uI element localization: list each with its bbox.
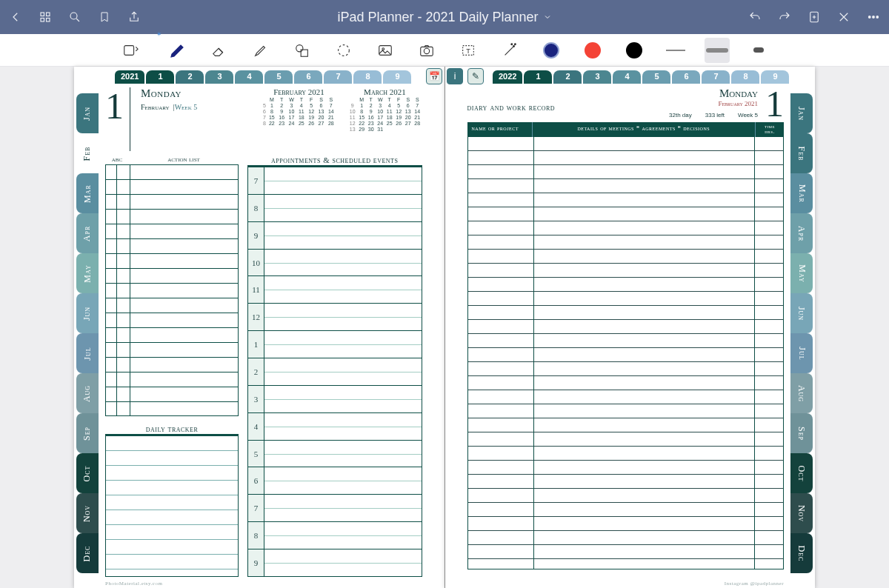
- mini-calendar[interactable]: February 2021MTWTFSS51234567689101112131…: [262, 87, 336, 151]
- month-tab-mar[interactable]: Mar: [790, 173, 813, 213]
- camera-tool-icon[interactable]: [414, 38, 439, 63]
- week-tab-9[interactable]: 9: [383, 70, 411, 84]
- appointment-grid[interactable]: 789101112123456789: [247, 167, 422, 577]
- daily-tracker-section: daily tracker: [105, 422, 239, 577]
- share-icon[interactable]: [126, 9, 142, 25]
- month-tab-feb[interactable]: Feb: [76, 133, 99, 173]
- month-tab-oct[interactable]: Oct: [790, 453, 813, 493]
- color-red[interactable]: [580, 38, 605, 63]
- week-tab-6[interactable]: 6: [294, 70, 322, 84]
- hour-row[interactable]: 3: [248, 386, 422, 413]
- grid-icon[interactable]: [37, 9, 53, 25]
- highlighter-tool-icon[interactable]: [248, 38, 273, 63]
- hour-row[interactable]: 1: [248, 331, 422, 358]
- hour-row[interactable]: 11: [248, 276, 422, 304]
- bookmark-icon[interactable]: [96, 9, 113, 25]
- month-tab-jan[interactable]: Jan: [790, 93, 813, 133]
- month-tab-mar[interactable]: Mar: [76, 173, 99, 213]
- hour-row[interactable]: 10: [248, 250, 422, 277]
- week-tab-8[interactable]: 8: [731, 70, 759, 84]
- week-tab-5[interactable]: 5: [642, 70, 670, 84]
- hour-row[interactable]: 8: [248, 195, 422, 222]
- text-tool-icon[interactable]: T: [456, 38, 481, 63]
- week-tab-3[interactable]: 3: [205, 70, 233, 84]
- hand-tool-icon[interactable]: [118, 38, 143, 63]
- undo-icon[interactable]: [747, 9, 763, 25]
- search-icon[interactable]: [67, 9, 83, 25]
- right-month: February 2021: [669, 100, 758, 107]
- hour-row[interactable]: 5: [248, 441, 422, 468]
- month-tab-dec[interactable]: Dec: [76, 533, 99, 573]
- stroke-thin[interactable]: [663, 38, 688, 63]
- hour-row[interactable]: 7: [248, 167, 422, 195]
- lasso-tool-icon[interactable]: [331, 38, 356, 63]
- hour-row[interactable]: 4: [248, 413, 422, 441]
- month-tab-aug[interactable]: Aug: [790, 373, 813, 413]
- week-tab-4[interactable]: 4: [235, 70, 263, 84]
- week-tab-2[interactable]: 2: [176, 70, 204, 84]
- calendar-icon[interactable]: 📅: [426, 68, 442, 84]
- month-tab-dec[interactable]: Dec: [790, 533, 813, 573]
- week-tab-2[interactable]: 2: [553, 70, 582, 84]
- record-grid[interactable]: [467, 137, 785, 569]
- month-tab-jul[interactable]: Jul: [790, 333, 813, 373]
- week-tab-1[interactable]: 1: [146, 70, 174, 84]
- notes-icon[interactable]: ✎: [467, 68, 484, 84]
- month-tab-apr[interactable]: Apr: [790, 213, 813, 253]
- color-black[interactable]: [622, 38, 647, 63]
- hour-row[interactable]: 9: [248, 222, 422, 250]
- eraser-tool-icon[interactable]: [207, 38, 232, 63]
- action-list-rows[interactable]: [105, 165, 239, 416]
- year-tab-2021[interactable]: 2021: [115, 70, 144, 84]
- week-tab-7[interactable]: 7: [702, 70, 730, 84]
- month-tab-sep[interactable]: Sep: [76, 413, 99, 453]
- redo-icon[interactable]: [776, 9, 793, 25]
- month-tab-jun[interactable]: Jun: [790, 293, 813, 333]
- pen-tool-icon[interactable]: [165, 38, 190, 63]
- week-tab-9[interactable]: 9: [761, 70, 789, 84]
- back-icon[interactable]: [7, 9, 24, 25]
- hour-row[interactable]: 7: [248, 495, 422, 522]
- color-navy[interactable]: [539, 38, 564, 63]
- month-tab-oct[interactable]: Oct: [76, 453, 99, 493]
- year-tab-2022[interactable]: 2022: [493, 70, 522, 84]
- week-tab-8[interactable]: 8: [353, 70, 382, 84]
- hour-row[interactable]: 8: [248, 522, 422, 549]
- close-icon[interactable]: [836, 9, 852, 25]
- month-tab-may[interactable]: May: [790, 253, 813, 293]
- mini-calendar[interactable]: March 2021MTWTFSS91234567108910111213141…: [348, 87, 422, 151]
- week-tab-5[interactable]: 5: [264, 70, 293, 84]
- month-tab-nov[interactable]: Nov: [790, 493, 813, 533]
- image-tool-icon[interactable]: [373, 38, 398, 63]
- add-page-icon[interactable]: [806, 9, 822, 25]
- hour-row[interactable]: 12: [248, 304, 422, 331]
- month-tab-jan[interactable]: Jan: [76, 93, 99, 133]
- month-tab-feb[interactable]: Feb: [790, 133, 813, 173]
- action-list-title: action list: [129, 155, 239, 163]
- week-tab-1[interactable]: 1: [524, 70, 552, 84]
- magic-tool-icon[interactable]: [497, 38, 522, 63]
- more-icon[interactable]: [865, 9, 882, 25]
- hour-row[interactable]: 9: [248, 549, 422, 576]
- month-tab-may[interactable]: May: [76, 253, 99, 293]
- week-tab-4[interactable]: 4: [613, 70, 641, 84]
- shapes-tool-icon[interactable]: [290, 38, 315, 63]
- week-tab-3[interactable]: 3: [583, 70, 611, 84]
- info-icon[interactable]: i: [447, 68, 463, 84]
- stroke-medium[interactable]: [705, 38, 730, 63]
- document-title[interactable]: iPad Planner - 2021 Daily Planner: [337, 10, 551, 25]
- month-tab-jun[interactable]: Jun: [76, 293, 99, 333]
- canvas[interactable]: 2021 123456789 📅 i ✎ 2022 123456789 JanF…: [0, 67, 889, 588]
- hour-row[interactable]: 6: [248, 467, 422, 495]
- month-tab-aug[interactable]: Aug: [76, 373, 99, 413]
- month-tab-jul[interactable]: Jul: [76, 333, 99, 373]
- week-tab-6[interactable]: 6: [672, 70, 700, 84]
- month-tab-apr[interactable]: Apr: [76, 213, 99, 253]
- week-tab-7[interactable]: 7: [324, 70, 352, 84]
- weekday-label: Monday: [141, 87, 197, 100]
- stroke-dot[interactable]: [746, 38, 771, 63]
- month-tab-sep[interactable]: Sep: [790, 413, 813, 453]
- hour-row[interactable]: 2: [248, 358, 422, 386]
- month-tab-nov[interactable]: Nov: [76, 493, 99, 533]
- daily-tracker-rows[interactable]: [105, 435, 239, 577]
